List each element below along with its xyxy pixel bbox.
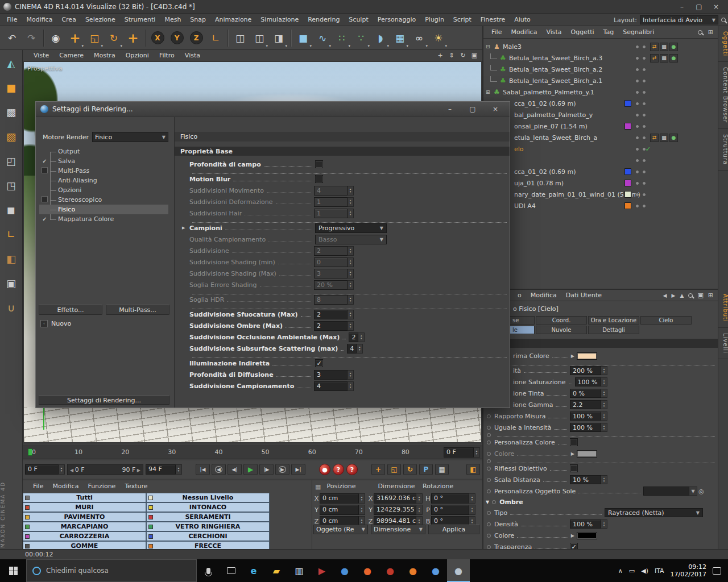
visibility-dot-editor[interactable] xyxy=(635,136,639,140)
layer-cell[interactable]: VETRO RINGHIERA xyxy=(146,522,270,531)
attribute-spinner[interactable]: 10 %▴▾ xyxy=(570,475,607,484)
layer-cell[interactable]: FRECCE xyxy=(146,541,270,549)
attribute-link-field[interactable]: ▼◎ xyxy=(643,487,705,496)
mode-dimension-dropdown[interactable]: Dimensione▼ xyxy=(371,525,425,534)
object-tree-item[interactable]: ♣ Betula_lenta_Sweet_Birch_a.1 ⇄ ▩ ● xyxy=(483,75,718,86)
attribute-checkbox[interactable] xyxy=(570,543,578,549)
language-indicator[interactable]: ITA xyxy=(655,567,664,575)
layer-cell[interactable]: PAVIMENTO xyxy=(23,512,146,522)
expand-arrow-icon[interactable]: ▶ xyxy=(571,354,574,359)
dialog-minimize-button[interactable]: – xyxy=(444,105,456,113)
object-tree-item[interactable]: onsai_pine_07 (1.54 m) ⇄ ▩ ● xyxy=(483,120,718,132)
attribute-value[interactable]: 100 % xyxy=(575,377,601,386)
frame-range-slider[interactable]: 0 F 90 F xyxy=(67,464,143,475)
object-name[interactable]: uja_01 (0.78 m) xyxy=(514,180,564,187)
object-name[interactable]: etula_lenta_Sweet_Birch_a xyxy=(514,134,597,142)
object-tree-item[interactable]: ♣ Betula_lenta_Sweet_Birch_a.2 ⇄ ▩ ● xyxy=(483,64,718,75)
cinema4d-icon[interactable]: ● xyxy=(447,559,470,582)
live-selection-icon[interactable]: ◉ xyxy=(46,27,65,49)
render-settings-dialog[interactable]: Settaggi di Rendering... – ▢ × Motore Re… xyxy=(35,101,510,408)
visibility-dot-render[interactable] xyxy=(642,204,646,208)
rotate-view-icon[interactable]: ↻ xyxy=(458,52,468,59)
attribute-value[interactable]: 2.2 xyxy=(570,400,601,409)
attribute-dropdown[interactable]: Raytraced (Netta)▼ xyxy=(605,508,703,517)
autokey-button[interactable]: ? xyxy=(333,464,344,475)
new-preset-label[interactable]: Nuovo xyxy=(51,320,71,327)
category-label[interactable]: Fisico xyxy=(49,206,75,213)
link-input[interactable] xyxy=(643,487,689,496)
rotate-tool-icon[interactable]: ↻ xyxy=(104,27,123,49)
separator[interactable] xyxy=(41,27,46,49)
layer-color-swatch[interactable] xyxy=(624,180,631,186)
object-name[interactable]: onsai_pine_07 (1.54 m) xyxy=(514,123,588,130)
expand-arrow-icon[interactable]: ▶ xyxy=(571,451,574,456)
spinner-arrows-icon[interactable]: ▴▾ xyxy=(348,280,354,290)
goto-end-button[interactable]: ▶| xyxy=(291,464,305,475)
category-check-icon[interactable] xyxy=(40,167,49,174)
dock-tab[interactable]: Content Browser xyxy=(718,62,728,128)
viewport-menu-item[interactable]: Opzioni xyxy=(121,50,154,61)
render-view-icon[interactable]: ◫ xyxy=(230,27,250,49)
spinner-arrows-icon[interactable]: ▴▾ xyxy=(357,344,363,354)
property-spinner[interactable]: 4▴▾ xyxy=(314,186,354,196)
spinner-arrows-icon[interactable]: ▴▾ xyxy=(359,505,365,515)
spinner-arrows-icon[interactable]: ▴▾ xyxy=(469,505,475,515)
layer-cell[interactable]: CERCHIONI xyxy=(146,531,270,541)
attribute-tab[interactable]: Nuvole xyxy=(536,326,587,334)
firefox-icon[interactable]: ● xyxy=(402,559,424,582)
attribute-tab[interactable]: Dettagli xyxy=(588,326,639,334)
menu-item[interactable]: Animazione xyxy=(210,14,256,26)
dock-tab[interactable]: Oggetti xyxy=(718,26,728,62)
object-tree-item[interactable]: ⊟ ♟ Male3 ⇄ ▩ ● xyxy=(483,41,718,52)
viewport-menu-item[interactable]: Vista xyxy=(180,50,205,61)
visibility-dot-render[interactable] xyxy=(642,45,646,49)
visibility-dot-render[interactable] xyxy=(642,113,646,117)
object-tree-item[interactable]: elo ✓ ⇄ ▩ ● xyxy=(483,143,718,155)
spinner-arrows-icon[interactable]: ▴▾ xyxy=(601,411,607,421)
attribute-spinner[interactable]: 100 %▴▾ xyxy=(570,423,607,432)
undo-icon[interactable]: ↶ xyxy=(2,27,22,49)
chevron-down-icon[interactable]: ▼ xyxy=(689,487,697,496)
spinner-arrows-icon[interactable]: ▴▾ xyxy=(601,377,607,386)
minimize-button[interactable]: – xyxy=(673,1,690,13)
menu-item[interactable]: Selezione xyxy=(81,14,120,26)
app-icon-orange[interactable]: ● xyxy=(356,559,379,582)
render-settings-category[interactable]: Multi-Pass xyxy=(39,166,168,176)
object-tree-item[interactable]: cca_01_02 (0.69 m) ⇄ ▩ ● xyxy=(483,98,718,109)
attribute-color-control[interactable]: ▶ xyxy=(571,532,597,539)
dock-tab[interactable]: Attributi xyxy=(718,289,728,328)
workplane-mode-icon[interactable]: ▨ xyxy=(3,128,20,145)
visibility-dot-editor[interactable] xyxy=(635,45,639,49)
engine-dropdown[interactable]: Fisico▼ xyxy=(92,132,168,142)
object-tree-item[interactable]: ⊞ ♣ Sabal_palmetto_Palmetto_y.1 ⇄ ▩ ● xyxy=(483,86,718,98)
dialog-titlebar[interactable]: Settaggi di Rendering... – ▢ × xyxy=(36,102,510,117)
color-swatch[interactable] xyxy=(577,450,597,458)
layer-cell[interactable]: MARCAPIANO xyxy=(23,522,146,531)
file-explorer-icon[interactable]: ▰ xyxy=(265,559,288,582)
object-name[interactable]: nary_date_palm_01_01_wind_01 (5.8 m) xyxy=(514,191,640,198)
layer-cell[interactable]: INTONACO xyxy=(146,502,270,512)
dialog-close-button[interactable]: × xyxy=(489,105,502,113)
object-tree-item[interactable]: uja_01 (0.78 m) ⇄ ▩ ● xyxy=(483,177,718,189)
last-tool-icon[interactable]: + xyxy=(123,27,143,49)
object-manager-menu-item[interactable]: File xyxy=(487,26,506,39)
object-manager-menu-item[interactable]: Vista xyxy=(541,26,566,39)
render-settings-category[interactable]: Salva xyxy=(39,156,168,166)
spinner-arrows-icon[interactable]: ▴▾ xyxy=(601,400,607,409)
layer-cell[interactable]: Nessun Livello xyxy=(146,493,270,502)
object-name[interactable]: Betula_lenta_Sweet_Birch_a.2 xyxy=(509,66,602,73)
max-frame-field[interactable]: 94 F ▴▾ xyxy=(146,464,182,475)
texture-tag-icon[interactable]: ▩ xyxy=(660,43,668,51)
start-button[interactable] xyxy=(0,559,26,582)
object-tags[interactable]: ⇄ ▩ ● xyxy=(650,43,678,51)
visibility-dot-render[interactable] xyxy=(642,159,646,163)
animation-dot[interactable] xyxy=(487,545,491,549)
visibility-dot-render[interactable] xyxy=(642,181,646,185)
simulation-icon[interactable]: ∵ xyxy=(351,27,371,49)
object-manager-menu-item[interactable]: Tag xyxy=(599,26,619,39)
visibility-dot-editor[interactable] xyxy=(635,147,639,151)
dialog-maximize-button[interactable]: ▢ xyxy=(466,105,479,113)
menu-item[interactable]: Mesh xyxy=(160,14,185,26)
animation-dot[interactable] xyxy=(487,534,491,538)
attribute-spinner[interactable]: 100 %▴▾ xyxy=(575,377,607,386)
